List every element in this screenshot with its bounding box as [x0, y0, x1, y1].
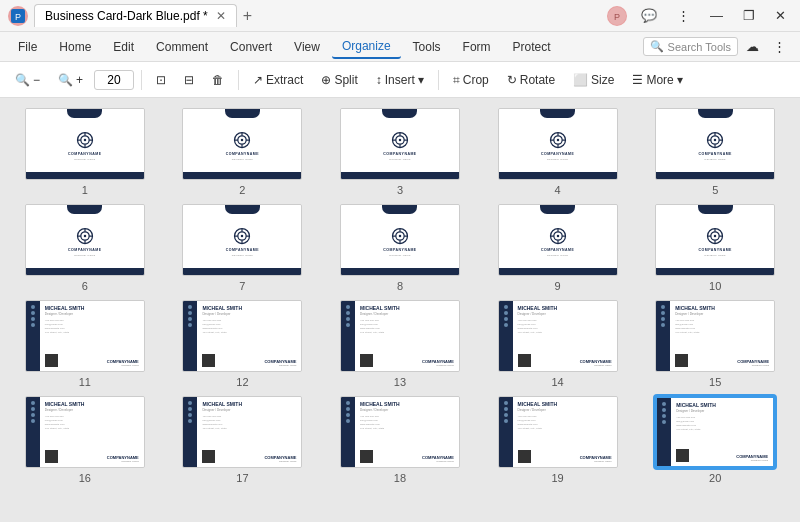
fit-page-button[interactable]: ⊡ — [149, 70, 173, 90]
list-item[interactable]: COMPANYNAME Designer Name 7 — [168, 204, 318, 292]
page-number: 4 — [555, 184, 561, 196]
more-button[interactable]: ☰ More ▾ — [625, 70, 689, 90]
insert-button[interactable]: ↕ Insert ▾ — [369, 70, 431, 90]
menu-edit[interactable]: Edit — [103, 36, 144, 58]
page-number: 10 — [709, 280, 721, 292]
list-item[interactable]: MICHEAL SMITH Designer / Developer +00 0… — [10, 396, 160, 484]
more-dropdown-icon: ▾ — [677, 73, 683, 87]
menu-tools[interactable]: Tools — [403, 36, 451, 58]
page-number: 18 — [394, 472, 406, 484]
page-thumbnail[interactable]: COMPANYNAME Designer Name — [340, 108, 460, 180]
list-item[interactable]: MICHEAL SMITH Designer / Developer +00 0… — [325, 300, 475, 388]
page-thumbnail[interactable]: COMPANYNAME Designer Name — [182, 108, 302, 180]
page-thumbnail[interactable]: COMPANYNAME Designer Name — [498, 108, 618, 180]
page-thumbnails-area: COMPANYNAME Designer Name 1 COMPANYNAME … — [0, 98, 800, 522]
page-thumbnail[interactable]: COMPANYNAME Designer Name — [655, 108, 775, 180]
chat-icon[interactable]: 💬 — [635, 6, 663, 25]
page-number: 11 — [79, 376, 91, 388]
add-tab-button[interactable]: + — [243, 7, 252, 25]
svg-point-27 — [556, 138, 559, 141]
page-thumbnail[interactable]: MICHEAL SMITH Designer / Developer +00 0… — [498, 396, 618, 468]
list-item[interactable]: COMPANYNAME Designer Name 3 — [325, 108, 475, 196]
zoom-in-icon: 🔍 — [58, 73, 73, 87]
list-item[interactable]: COMPANYNAME Designer Name 9 — [483, 204, 633, 292]
list-item[interactable]: COMPANYNAME Designer Name 10 — [640, 204, 790, 292]
page-thumbnail[interactable]: MICHEAL SMITH Designer / Developer +00 0… — [25, 300, 145, 372]
list-item[interactable]: MICHEAL SMITH Designer / Developer +00 0… — [483, 300, 633, 388]
svg-text:P: P — [614, 12, 620, 22]
page-number: 8 — [397, 280, 403, 292]
minimize-button[interactable]: — — [704, 6, 729, 25]
more-label: More — [646, 73, 673, 87]
page-thumbnail[interactable]: COMPANYNAME Designer Name — [25, 108, 145, 180]
more-menu-button[interactable]: ⋮ — [767, 37, 792, 56]
page-number: 14 — [551, 376, 563, 388]
list-item[interactable]: MICHEAL SMITH Designer / Developer +00 0… — [483, 396, 633, 484]
list-item[interactable]: COMPANYNAME Designer Name 8 — [325, 204, 475, 292]
list-item[interactable]: COMPANYNAME Designer Name 2 — [168, 108, 318, 196]
list-item[interactable]: COMPANYNAME Designer Name 5 — [640, 108, 790, 196]
extract-button[interactable]: ↗ Extract — [246, 70, 310, 90]
list-item[interactable]: MICHEAL SMITH Designer / Developer +00 0… — [640, 396, 790, 484]
page-thumbnail[interactable]: MICHEAL SMITH Designer / Developer +00 0… — [25, 396, 145, 468]
menu-convert[interactable]: Convert — [220, 36, 282, 58]
list-item[interactable]: MICHEAL SMITH Designer / Developer +00 0… — [10, 300, 160, 388]
list-item[interactable]: MICHEAL SMITH Designer / Developer +00 0… — [640, 300, 790, 388]
toolbar-sep-2 — [238, 70, 239, 90]
page-thumbnail[interactable]: COMPANYNAME Designer Name — [182, 204, 302, 276]
list-item[interactable]: COMPANYNAME Designer Name 4 — [483, 108, 633, 196]
page-thumbnail[interactable]: MICHEAL SMITH Designer / Developer +00 0… — [498, 300, 618, 372]
list-item[interactable]: COMPANYNAME Designer Name 1 — [10, 108, 160, 196]
app-icon: P — [8, 6, 28, 26]
fit-width-button[interactable]: ⊟ — [177, 70, 201, 90]
delete-button[interactable]: 🗑 — [205, 70, 231, 90]
page-number: 13 — [394, 376, 406, 388]
page-thumbnail[interactable]: MICHEAL SMITH Designer / Developer +00 0… — [182, 300, 302, 372]
split-button[interactable]: ⊕ Split — [314, 70, 364, 90]
cloud-button[interactable]: ☁ — [740, 37, 765, 56]
maximize-button[interactable]: ❐ — [737, 6, 761, 25]
page-number: 17 — [236, 472, 248, 484]
list-item[interactable]: MICHEAL SMITH Designer / Developer +00 0… — [168, 300, 318, 388]
page-thumbnail[interactable]: COMPANYNAME Designer Name — [655, 204, 775, 276]
menu-comment[interactable]: Comment — [146, 36, 218, 58]
page-thumbnail[interactable]: MICHEAL SMITH Designer / Developer +00 0… — [340, 300, 460, 372]
menu-form[interactable]: Form — [453, 36, 501, 58]
page-number: 20 — [709, 472, 721, 484]
close-button[interactable]: ✕ — [769, 6, 792, 25]
size-label: Size — [591, 73, 614, 87]
search-tools-box[interactable]: 🔍 Search Tools — [643, 37, 738, 56]
page-thumbnail[interactable]: MICHEAL SMITH Designer / Developer +00 0… — [655, 396, 775, 468]
page-thumbnail[interactable]: COMPANYNAME Designer Name — [498, 204, 618, 276]
zoom-out-button[interactable]: 🔍− — [8, 70, 47, 90]
delete-icon: 🗑 — [212, 73, 224, 87]
insert-dropdown-icon: ▾ — [418, 73, 424, 87]
menu-file[interactable]: File — [8, 36, 47, 58]
fit-page-icon: ⊡ — [156, 73, 166, 87]
svg-point-13 — [241, 138, 244, 141]
page-thumbnail[interactable]: COMPANYNAME Designer Name — [340, 204, 460, 276]
page-number: 5 — [712, 184, 718, 196]
active-tab[interactable]: Business Card-Dark Blue.pdf * ✕ — [34, 4, 237, 27]
menu-organize[interactable]: Organize — [332, 35, 401, 59]
menu-view[interactable]: View — [284, 36, 330, 58]
crop-button[interactable]: ⌗ Crop — [446, 70, 496, 90]
rotate-button[interactable]: ↻ Rotate — [500, 70, 562, 90]
page-thumbnail[interactable]: MICHEAL SMITH Designer / Developer +00 0… — [340, 396, 460, 468]
zoom-in-button[interactable]: 🔍+ — [51, 70, 90, 90]
tab-close-btn[interactable]: ✕ — [216, 9, 226, 23]
split-icon: ⊕ — [321, 73, 331, 87]
menu-home[interactable]: Home — [49, 36, 101, 58]
list-item[interactable]: COMPANYNAME Designer Name 6 — [10, 204, 160, 292]
page-thumbnail[interactable]: COMPANYNAME Designer Name — [25, 204, 145, 276]
thumbnail-grid: COMPANYNAME Designer Name 1 COMPANYNAME … — [10, 108, 790, 484]
svg-text:P: P — [15, 12, 21, 22]
menu-dots-button[interactable]: ⋮ — [671, 6, 696, 25]
zoom-value-input[interactable] — [94, 70, 134, 90]
page-thumbnail[interactable]: MICHEAL SMITH Designer / Developer +00 0… — [655, 300, 775, 372]
list-item[interactable]: MICHEAL SMITH Designer / Developer +00 0… — [325, 396, 475, 484]
page-thumbnail[interactable]: MICHEAL SMITH Designer / Developer +00 0… — [182, 396, 302, 468]
list-item[interactable]: MICHEAL SMITH Designer / Developer +00 0… — [168, 396, 318, 484]
size-button[interactable]: ⬜ Size — [566, 70, 621, 90]
menu-protect[interactable]: Protect — [503, 36, 561, 58]
